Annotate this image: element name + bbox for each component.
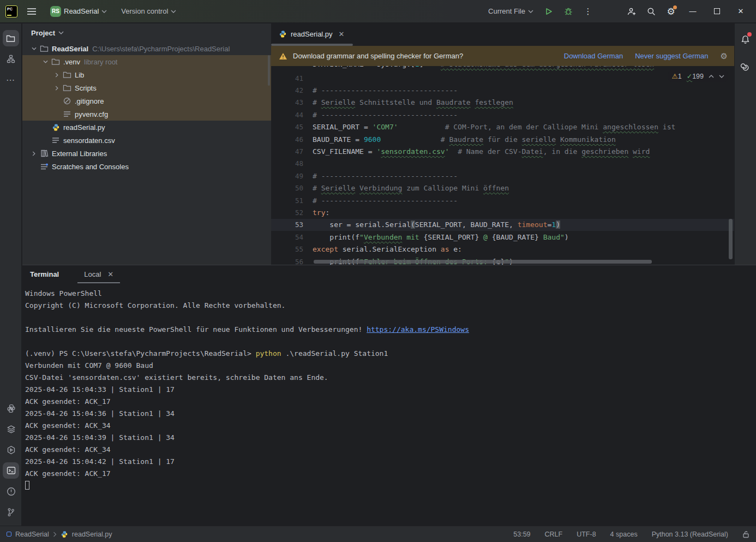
code-line-49[interactable]: 49# --------------------------------	[271, 170, 734, 182]
chevron-down-icon	[528, 10, 533, 13]
structure-tool-button[interactable]	[3, 51, 19, 67]
project-scrollbar[interactable]	[268, 55, 270, 86]
prev-problem-icon[interactable]	[709, 75, 714, 78]
code-line-45[interactable]: 45SERIAL_PORT = 'COM7' # COM-Port, an de…	[271, 121, 734, 133]
chevron-down-icon[interactable]	[58, 31, 64, 34]
terminal-header: Terminal Local ✕	[22, 265, 756, 283]
project-widget-button[interactable]: RS ReadSerial	[46, 3, 111, 20]
tree-item--venv[interactable]: .venvlibrary root	[22, 55, 271, 68]
notifications-button[interactable]	[737, 31, 754, 47]
code-line-46[interactable]: 46BAUD_RATE = 9600 # Baudrate für die se…	[271, 133, 734, 145]
layers-icon	[7, 425, 16, 434]
terminal-line: ACK gesendet: ACK_34	[25, 420, 756, 432]
version-control-tool-button[interactable]	[3, 504, 19, 520]
close-tab-icon[interactable]: ✕	[337, 29, 347, 39]
editor-vertical-scrollbar[interactable]	[729, 219, 733, 259]
line-number: 45	[271, 123, 313, 131]
ai-assistant-button[interactable]	[737, 59, 754, 76]
banner-settings-icon[interactable]: ⚙	[721, 51, 728, 61]
never-suggest-german-link[interactable]: Never suggest German	[635, 52, 708, 60]
terminal-tab-local[interactable]: Local ✕	[81, 265, 119, 283]
python-console-tool-button[interactable]	[3, 421, 19, 437]
tree-item-sensordaten-csv[interactable]: sensordaten.csv	[22, 134, 271, 147]
vcs-widget-button[interactable]: Version control	[117, 4, 181, 18]
title-bar: PC RS ReadSerial Version control Current…	[0, 0, 756, 23]
tree-item--gitignore[interactable]: .gitignore	[22, 94, 271, 108]
code-line-content: ser = serial.Serial(SERIAL_PORT, BAUD_RA…	[313, 221, 560, 229]
tree-item-pyvenv-cfg[interactable]: pyvenv.cfg	[22, 108, 271, 121]
run-button[interactable]	[540, 3, 557, 20]
problems-tool-button[interactable]	[3, 483, 19, 499]
maximize-button[interactable]	[706, 3, 728, 20]
settings-button[interactable]: ⚙	[662, 3, 680, 20]
status-crlf[interactable]: CRLF	[545, 531, 563, 538]
status-utf-8[interactable]: UTF-8	[577, 531, 596, 538]
terminal-tool-button[interactable]	[3, 462, 19, 479]
code-line-44[interactable]: 44# --------------------------------	[271, 109, 734, 121]
debug-icon	[564, 7, 573, 16]
close-window-button[interactable]: ✕	[730, 3, 752, 20]
tree-item-detail: library root	[84, 58, 117, 66]
code-line-52[interactable]: 52try:	[271, 206, 734, 218]
status-53-59[interactable]: 53:59	[513, 531, 530, 538]
code-with-me-button[interactable]	[623, 3, 640, 20]
code-line-48[interactable]: 48	[271, 158, 734, 170]
run-configuration-selector[interactable]: Current File	[484, 4, 538, 18]
tree-item-label: .gitignore	[75, 97, 104, 105]
tree-item-readserial[interactable]: ReadSerialC:\Users\stefa\PycharmProjects…	[22, 42, 271, 55]
code-line-53[interactable]: 53 ser = serial.Serial(SERIAL_PORT, BAUD…	[271, 219, 734, 231]
status-python-3.13-readserial-[interactable]: Python 3.13 (ReadSerial)	[652, 531, 728, 538]
terminal-output[interactable]: Windows PowerShellCopyright (C) Microsof…	[22, 283, 756, 492]
inspections-widget[interactable]: ⚠1 ✓199	[668, 70, 728, 82]
next-problem-icon[interactable]	[719, 75, 724, 78]
code-line-43[interactable]: 43# Serielle Schnittstelle und Baudrate …	[271, 97, 734, 109]
tree-item-scratches-and-consoles[interactable]: Scratches and Consoles	[22, 160, 271, 173]
breadcrumb-project[interactable]: ReadSerial	[15, 531, 49, 538]
code-line-50[interactable]: 50# Serielle Verbindung zum Calliope Min…	[271, 182, 734, 194]
tree-item-external-libraries[interactable]: External Libraries	[22, 147, 271, 160]
tree-item-readserial-py[interactable]: readSerial.py	[22, 121, 271, 134]
code-viewport[interactable]: STATION_NAME = sys.argv[1] # Stationsnam…	[271, 66, 734, 265]
terminal-line: ACK gesendet: ACK_17	[25, 396, 756, 408]
python-icon	[7, 404, 16, 413]
status-4-spaces[interactable]: 4 spaces	[610, 531, 638, 538]
minimize-button[interactable]: —	[682, 3, 704, 20]
code-line-51[interactable]: 51# --------------------------------	[271, 194, 734, 206]
tree-item-scripts[interactable]: Scripts	[22, 81, 271, 94]
chevron-down-icon[interactable]	[29, 47, 39, 50]
more-tool-windows-button[interactable]: ⋯	[3, 72, 19, 88]
chevron-right-icon[interactable]	[29, 151, 39, 156]
more-actions-button[interactable]: ⋮	[579, 3, 597, 20]
chevron-down-icon[interactable]	[40, 60, 50, 63]
editor-horizontal-scrollbar[interactable]	[314, 260, 652, 264]
tree-item-label: pyvenv.cfg	[75, 110, 108, 118]
download-german-link[interactable]: Download German	[564, 52, 623, 60]
lock-icon[interactable]	[742, 531, 749, 538]
line-number: 42	[271, 86, 313, 94]
code-line-content	[313, 74, 317, 82]
folder-icon	[62, 71, 73, 79]
code-line-42[interactable]: 42# --------------------------------	[271, 84, 734, 96]
code-line-47[interactable]: 47CSV_FILENAME = 'sensordaten.csv' # Nam…	[271, 145, 734, 157]
search-everywhere-button[interactable]	[643, 3, 660, 20]
code-line-partial[interactable]: STATION_NAME = sys.argv[1] # Stationsnam…	[271, 66, 734, 72]
ai-assistant-icon	[741, 63, 751, 73]
tab-readserial-py[interactable]: readSerial.py ✕	[271, 23, 352, 44]
services-tool-button[interactable]	[3, 442, 19, 458]
right-tool-strip	[734, 23, 756, 265]
project-tool-button[interactable]	[3, 30, 19, 46]
tab-label: readSerial.py	[291, 30, 333, 38]
chevron-right-icon[interactable]	[52, 86, 62, 91]
git-branch-icon	[7, 508, 15, 517]
debug-button[interactable]	[560, 3, 577, 20]
code-line-55[interactable]: 55except serial.SerialException as e:	[271, 243, 734, 255]
close-terminal-tab-icon[interactable]: ✕	[105, 269, 116, 279]
tree-item-lib[interactable]: Lib	[22, 68, 271, 81]
line-number: 56	[271, 258, 313, 265]
code-line-54[interactable]: 54 print(f"Verbunden mit {SERIAL_PORT} @…	[271, 231, 734, 243]
code-line-41[interactable]: 41	[271, 72, 734, 84]
main-menu-button[interactable]	[23, 3, 40, 20]
python-packages-tool-button[interactable]	[3, 400, 19, 416]
chevron-right-icon[interactable]	[52, 73, 62, 78]
breadcrumb-file[interactable]: readSerial.py	[72, 531, 112, 538]
